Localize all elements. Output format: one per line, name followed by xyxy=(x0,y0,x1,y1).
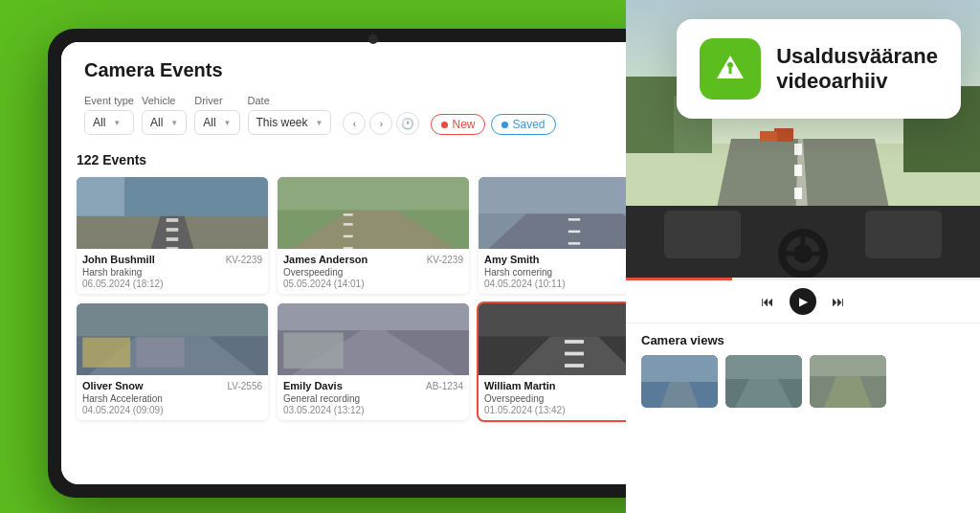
svg-rect-20 xyxy=(568,242,581,245)
events-grid: John Bushmill KV-2239 Harsh braking 06.0… xyxy=(77,177,670,420)
svg-rect-4 xyxy=(167,228,179,232)
prev-button[interactable]: ‹ xyxy=(343,112,366,135)
event-card-2[interactable]: James Anderson KV-2239 Overspeeding 05.0… xyxy=(278,177,469,294)
legend-badges: New Saved xyxy=(431,114,555,135)
event-plate-1: KV-2239 xyxy=(226,255,262,265)
svg-rect-34 xyxy=(565,352,584,356)
svg-marker-7 xyxy=(77,177,124,216)
date-label: Date xyxy=(248,95,332,106)
event-plate-4: LV-2556 xyxy=(227,381,262,391)
popup-icon xyxy=(700,38,761,100)
event-type-4: Harsh Acceleration xyxy=(82,393,262,404)
event-date-2: 05.05.2024 (14:01) xyxy=(283,279,463,289)
rewind-button[interactable]: ⏮ xyxy=(761,294,774,309)
driver-label: Driver xyxy=(194,95,239,106)
video-progress-fill xyxy=(626,278,732,280)
saved-label: Saved xyxy=(512,118,545,131)
app-title: Camera Events xyxy=(84,59,662,81)
svg-rect-6 xyxy=(167,247,179,249)
event-name-1: John Bushmill xyxy=(82,254,155,265)
vehicle-select[interactable]: All ▼ xyxy=(142,110,187,135)
date-value: This week xyxy=(256,116,308,129)
vehicle-arrow: ▼ xyxy=(170,119,178,127)
vehicle-value: All xyxy=(150,116,163,129)
popup-text-line2: videoarhiiv xyxy=(776,69,938,94)
new-badge[interactable]: New xyxy=(431,114,485,135)
svg-rect-43 xyxy=(794,144,802,155)
camera-thumb-1[interactable] xyxy=(641,355,718,408)
vehicle-label: Vehicle xyxy=(142,95,187,106)
svg-rect-28 xyxy=(278,303,469,330)
event-date-4: 04.05.2024 (09:09) xyxy=(82,405,262,415)
filter-vehicle: Vehicle All ▼ xyxy=(142,95,187,135)
filter-event-type: Event type All ▼ xyxy=(84,95,134,135)
svg-rect-67 xyxy=(810,355,886,376)
saved-badge[interactable]: Saved xyxy=(491,114,555,135)
popup-card: Usaldusväärane videoarhiiv xyxy=(677,19,961,119)
event-info-5: Emily Davis AB-1234 General recording 03… xyxy=(278,375,469,420)
event-type-select[interactable]: All ▼ xyxy=(84,110,134,135)
event-thumb-5 xyxy=(278,303,469,375)
event-name-6: William Martin xyxy=(484,380,555,391)
tablet-screen: Camera Events Event type All ▼ Vehicle xyxy=(61,42,685,484)
app-header: Camera Events Event type All ▼ Vehicle xyxy=(61,42,685,143)
tablet-frame: Camera Events Event type All ▼ Vehicle xyxy=(48,29,699,498)
svg-rect-3 xyxy=(167,218,179,222)
event-card-1[interactable]: John Bushmill KV-2239 Harsh braking 06.0… xyxy=(77,177,268,294)
fastforward-button[interactable]: ⏭ xyxy=(832,294,845,309)
svg-rect-53 xyxy=(865,211,942,258)
svg-point-55 xyxy=(793,244,813,263)
svg-rect-14 xyxy=(344,247,353,249)
svg-rect-52 xyxy=(664,211,741,258)
event-name-5: Emily Davis xyxy=(283,380,343,391)
popup-text-line1: Usaldusväärane xyxy=(776,44,938,69)
saved-dot xyxy=(501,122,508,128)
event-date-5: 03.05.2024 (13:12) xyxy=(283,405,463,415)
video-progress-bar[interactable] xyxy=(626,278,980,280)
svg-rect-18 xyxy=(568,218,581,221)
popup-text: Usaldusväärane videoarhiiv xyxy=(776,44,938,95)
event-card-4[interactable]: Oliver Snow LV-2556 Harsh Acceleration 0… xyxy=(77,303,268,420)
event-info-2: James Anderson KV-2239 Overspeeding 05.0… xyxy=(278,249,469,294)
camera-thumb-3[interactable] xyxy=(810,355,886,408)
event-thumb-4 xyxy=(77,303,268,375)
date-arrow: ▼ xyxy=(316,119,323,127)
svg-rect-5 xyxy=(167,237,179,241)
svg-rect-61 xyxy=(641,355,718,382)
play-button[interactable]: ▶ xyxy=(790,288,816,315)
event-plate-5: AB-1234 xyxy=(426,381,463,391)
event-type-label: Event type xyxy=(84,95,134,106)
next-button[interactable]: › xyxy=(369,112,392,135)
event-info-4: Oliver Snow LV-2556 Harsh Acceleration 0… xyxy=(77,375,268,420)
event-type-2: Overspeeding xyxy=(283,267,463,278)
svg-rect-10 xyxy=(278,177,469,210)
event-thumb-1 xyxy=(77,177,268,249)
camera-thumb-2[interactable] xyxy=(725,355,802,408)
tablet-camera xyxy=(368,34,378,44)
driver-select[interactable]: All ▼ xyxy=(194,110,239,135)
svg-rect-25 xyxy=(137,338,185,368)
svg-point-69 xyxy=(727,62,733,68)
svg-rect-29 xyxy=(283,333,344,369)
camera-thumbs xyxy=(626,355,980,408)
event-thumb-2 xyxy=(278,177,469,249)
event-name-4: Oliver Snow xyxy=(82,380,144,391)
filter-driver: Driver All ▼ xyxy=(194,95,239,135)
event-name-2: James Anderson xyxy=(283,254,368,265)
date-controls: ‹ › 🕐 xyxy=(343,112,419,135)
svg-rect-35 xyxy=(565,364,584,368)
svg-rect-24 xyxy=(82,338,130,368)
event-date-1: 06.05.2024 (18:12) xyxy=(82,279,262,289)
svg-rect-19 xyxy=(568,231,581,234)
event-card-5[interactable]: Emily Davis AB-1234 General recording 03… xyxy=(278,303,469,420)
camera-views-label: Camera views xyxy=(626,323,980,355)
svg-rect-13 xyxy=(344,235,353,238)
filter-date: Date This week ▼ xyxy=(248,95,332,135)
app-content: Camera Events Event type All ▼ Vehicle xyxy=(61,42,685,484)
svg-rect-45 xyxy=(794,188,802,199)
new-label: New xyxy=(452,118,475,131)
svg-rect-44 xyxy=(794,165,802,176)
clock-button[interactable]: 🕐 xyxy=(396,112,419,135)
event-name-3: Amy Smith xyxy=(484,254,539,265)
date-select[interactable]: This week ▼ xyxy=(248,110,332,135)
